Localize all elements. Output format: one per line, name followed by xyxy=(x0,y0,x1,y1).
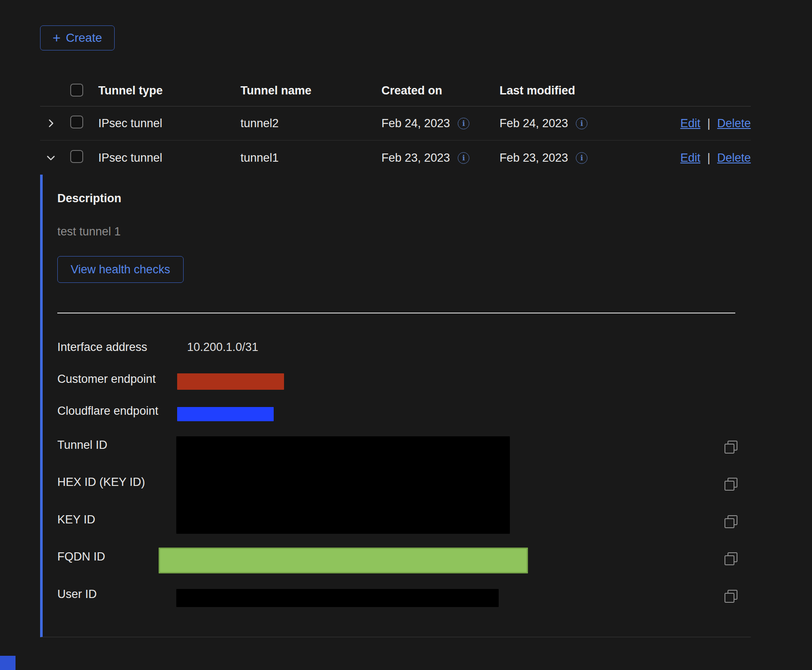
delete-link[interactable]: Delete xyxy=(717,117,751,130)
user-id-redaction xyxy=(176,589,499,607)
tunnel-type-cell: IPsec tunnel xyxy=(98,117,240,130)
last-modified-cell: Feb 23, 2023 i xyxy=(500,151,663,165)
view-health-checks-button[interactable]: View health checks xyxy=(57,256,184,283)
row-checkbox[interactable] xyxy=(70,150,83,163)
last-modified-cell: Feb 24, 2023 i xyxy=(500,117,663,130)
column-header-created-on: Created on xyxy=(381,84,500,97)
corner-accent-square xyxy=(0,656,16,670)
info-glyph: i xyxy=(462,120,465,127)
tunnels-table: Tunnel type Tunnel name Created on Last … xyxy=(40,75,751,175)
cloudflare-endpoint-label: Cloudflare endpoint xyxy=(57,404,158,418)
section-divider xyxy=(57,313,735,313)
cloudflare-endpoint-redaction xyxy=(177,407,274,421)
customer-endpoint-redaction xyxy=(177,373,284,390)
row-checkbox-cell xyxy=(70,116,98,131)
tunnel-name-cell: tunnel2 xyxy=(240,117,381,130)
last-modified-value: Feb 23, 2023 xyxy=(500,151,568,165)
select-all-checkbox[interactable] xyxy=(70,84,83,97)
tunnels-page: + Create Tunnel type Tunnel name Created… xyxy=(0,0,812,670)
info-icon[interactable]: i xyxy=(576,152,587,164)
create-button[interactable]: + Create xyxy=(40,25,115,50)
hex-id-label: HEX ID (KEY ID) xyxy=(57,476,145,489)
table-header-row: Tunnel type Tunnel name Created on Last … xyxy=(40,75,751,106)
created-on-cell: Feb 24, 2023 i xyxy=(381,117,500,130)
row-checkbox[interactable] xyxy=(70,116,83,128)
edit-link[interactable]: Edit xyxy=(680,151,700,165)
copy-fqdn-id-icon[interactable] xyxy=(725,552,737,565)
last-modified-value: Feb 24, 2023 xyxy=(500,117,568,130)
created-on-value: Feb 24, 2023 xyxy=(381,117,450,130)
interface-address-value: 10.200.1.0/31 xyxy=(187,341,258,354)
info-glyph: i xyxy=(580,154,583,162)
tunnel-id-label: Tunnel ID xyxy=(57,438,107,452)
expander-cell xyxy=(40,118,70,129)
info-icon[interactable]: i xyxy=(458,152,469,164)
description-label: Description xyxy=(57,192,122,205)
column-header-tunnel-name: Tunnel name xyxy=(240,84,381,97)
create-button-label: Create xyxy=(66,31,102,45)
interface-address-label: Interface address xyxy=(57,341,147,354)
table-row-tunnel1: IPsec tunnel tunnel1 Feb 23, 2023 i Feb … xyxy=(40,141,751,175)
tunnel-type-cell: IPsec tunnel xyxy=(98,151,240,165)
info-glyph: i xyxy=(462,154,465,162)
actions-separator: | xyxy=(707,151,710,165)
ids-redaction-block xyxy=(176,436,510,534)
tunnel-name-cell: tunnel1 xyxy=(240,151,381,165)
row-checkbox-cell xyxy=(70,150,98,166)
created-on-cell: Feb 23, 2023 i xyxy=(381,151,500,165)
created-on-value: Feb 23, 2023 xyxy=(381,151,450,165)
plus-icon: + xyxy=(53,31,61,45)
tunnel-detail-panel: Description test tunnel 1 View health ch… xyxy=(40,175,751,637)
info-icon[interactable]: i xyxy=(576,118,587,129)
fqdn-id-label: FQDN ID xyxy=(57,550,105,564)
copy-key-id-icon[interactable] xyxy=(725,515,737,528)
chevron-down-icon[interactable] xyxy=(45,152,56,163)
actions-separator: | xyxy=(707,117,710,130)
copy-tunnel-id-icon[interactable] xyxy=(725,441,737,454)
column-header-tunnel-type: Tunnel type xyxy=(98,84,240,97)
info-glyph: i xyxy=(580,120,583,127)
description-value: test tunnel 1 xyxy=(57,225,121,238)
delete-link[interactable]: Delete xyxy=(717,151,751,165)
view-health-checks-label: View health checks xyxy=(71,263,170,276)
info-icon[interactable]: i xyxy=(458,118,469,129)
column-header-last-modified: Last modified xyxy=(500,84,663,97)
customer-endpoint-label: Customer endpoint xyxy=(57,373,156,386)
row-actions-cell: Edit | Delete xyxy=(663,151,751,165)
select-all-cell xyxy=(70,84,98,98)
expander-cell xyxy=(40,152,70,163)
chevron-right-icon[interactable] xyxy=(45,118,56,129)
row-actions-cell: Edit | Delete xyxy=(663,117,751,130)
copy-hex-id-icon[interactable] xyxy=(725,478,737,491)
edit-link[interactable]: Edit xyxy=(680,117,700,130)
user-id-label: User ID xyxy=(57,588,97,601)
copy-user-id-icon[interactable] xyxy=(725,590,737,603)
fqdn-id-redaction xyxy=(159,548,528,573)
key-id-label: KEY ID xyxy=(57,513,95,526)
table-row-tunnel2: IPsec tunnel tunnel2 Feb 24, 2023 i Feb … xyxy=(40,106,751,141)
